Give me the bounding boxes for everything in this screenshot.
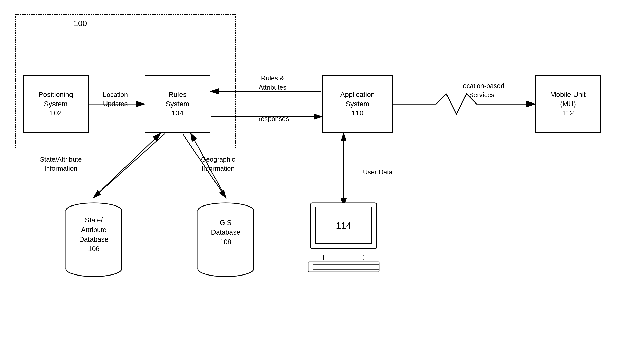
computer-svg: 114 xyxy=(300,200,387,277)
mobile-number: 112 xyxy=(562,109,574,117)
gis-db-cylinder: GISDatabase 108 xyxy=(193,198,259,284)
user-data-label: User Data xyxy=(352,167,403,177)
application-label: ApplicationSystem xyxy=(340,90,375,109)
rules-system-box: RulesSystem 104 xyxy=(145,75,210,133)
state-db-label: State/AttributeDatabase xyxy=(61,216,127,244)
svg-rect-24 xyxy=(323,255,364,260)
state-db-cylinder: State/AttributeDatabase 106 xyxy=(61,198,127,284)
mobile-unit-box: Mobile Unit(MU) 112 xyxy=(535,75,601,133)
system-100-label: 100 xyxy=(74,18,87,29)
location-updates-label: LocationUpdates xyxy=(90,90,141,109)
geographic-info-label: GeographicInformation xyxy=(183,155,254,173)
gis-db-label: GISDatabase xyxy=(193,218,259,237)
computer-terminal: 114 xyxy=(300,200,387,277)
positioning-number: 102 xyxy=(50,109,62,117)
responses-label: Responses xyxy=(243,114,302,123)
svg-rect-23 xyxy=(337,249,350,256)
rules-attributes-label: Rules &Attributes xyxy=(243,74,302,92)
gis-db-number: 108 xyxy=(220,238,231,246)
positioning-system-box: PositioningSystem 102 xyxy=(23,75,89,133)
mobile-label: Mobile Unit(MU) xyxy=(550,90,586,109)
application-system-box: ApplicationSystem 110 xyxy=(322,75,393,133)
state-attr-label: State/AttributeInformation xyxy=(25,155,96,173)
application-number: 110 xyxy=(352,109,364,117)
diagram-container: 100 PositioningSystem 102 RulesSystem 10… xyxy=(0,0,644,361)
svg-text:114: 114 xyxy=(336,220,351,231)
state-db-number: 106 xyxy=(88,245,99,253)
location-services-label: Location-basedServices xyxy=(444,81,520,100)
positioning-label: PositioningSystem xyxy=(39,90,73,109)
rules-number: 104 xyxy=(172,109,184,117)
rules-label: RulesSystem xyxy=(166,90,189,109)
